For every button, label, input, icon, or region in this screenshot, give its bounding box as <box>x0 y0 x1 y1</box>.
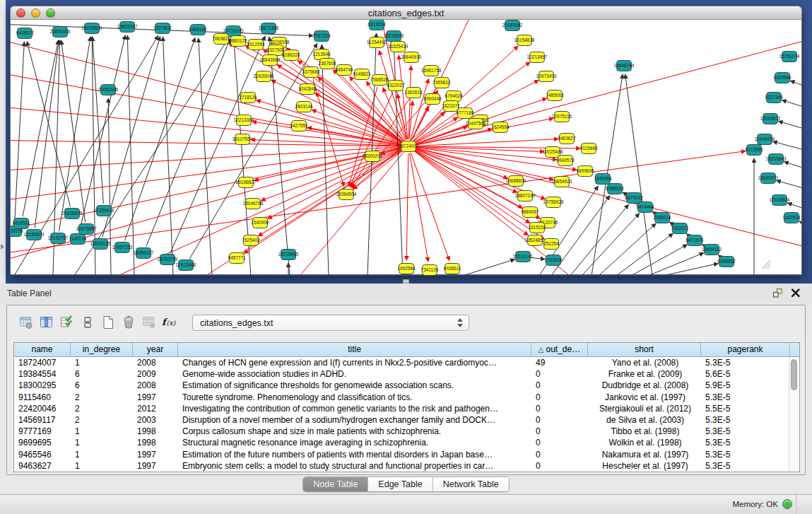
graph-node[interactable]: 8958923 <box>606 184 624 194</box>
graph-node[interactable]: 12444154 <box>755 134 775 145</box>
cell-out_de[interactable]: 0 <box>531 380 588 391</box>
graph-node[interactable]: 16648784 <box>614 61 635 71</box>
graph-node[interactable]: 20891406 <box>50 27 71 37</box>
cell-out_de[interactable]: 0 <box>531 437 588 448</box>
cell-year[interactable]: 1998 <box>133 426 178 437</box>
network-window-titlebar[interactable]: citations_edges.txt <box>10 6 802 20</box>
graph-edge[interactable] <box>779 121 801 136</box>
cell-title[interactable]: Structural magnetic resonance image aver… <box>178 437 531 448</box>
cell-out_de[interactable]: 49 <box>531 357 588 368</box>
cell-year[interactable]: 2012 <box>133 403 178 414</box>
graph-node[interactable]: 12156829 <box>24 230 45 240</box>
graph-node[interactable]: 12975115 <box>552 112 572 122</box>
graph-node[interactable]: 2803144 <box>295 102 313 112</box>
create-column-icon[interactable] <box>99 313 117 332</box>
graph-node[interactable]: 1145194 <box>69 234 87 245</box>
graph-node[interactable]: 2718126 <box>239 93 257 103</box>
cell-in_degree[interactable]: 6 <box>71 380 133 391</box>
graph-node[interactable]: 3427552 <box>290 121 308 132</box>
cell-out_de[interactable]: 0 <box>531 426 588 437</box>
graph-edge[interactable] <box>313 79 344 187</box>
cell-short[interactable]: Tibbo et al. (1998) <box>588 426 701 437</box>
graph-edge[interactable] <box>410 153 428 262</box>
graph-edge[interactable] <box>625 74 652 275</box>
cell-pagerank[interactable]: 5.3E-5 <box>701 392 790 403</box>
graph-node[interactable]: 9649578 <box>556 156 575 166</box>
graph-node[interactable]: 22420046 <box>254 71 274 82</box>
cell-in_degree[interactable]: 1 <box>71 426 133 437</box>
cell-name[interactable]: 14569117 <box>14 414 71 426</box>
graph-node[interactable]: 18724007 <box>399 141 419 152</box>
graph-node[interactable]: 10973493 <box>536 71 557 82</box>
graph-node[interactable]: 16325419 <box>388 42 408 52</box>
float-panel-icon[interactable] <box>771 287 784 300</box>
cell-short[interactable]: Wolkin et al. (1998) <box>588 437 701 448</box>
column-header-in_degree[interactable]: in_degree <box>71 343 133 356</box>
graph-node[interactable]: 252254 <box>543 239 559 250</box>
cell-year[interactable]: 2008 <box>133 357 178 368</box>
table-row[interactable]: 911546021997Tourette syndrome. Phenomeno… <box>14 392 799 403</box>
memory-status-icon[interactable] <box>782 499 792 509</box>
graph-node[interactable]: 9884067 <box>521 207 539 218</box>
cell-pagerank[interactable]: 5.3E-5 <box>701 414 790 426</box>
cell-short[interactable]: Hescheler et al. (1997) <box>588 460 701 472</box>
graph-node[interactable]: 1167534 <box>783 213 801 223</box>
cell-title[interactable]: Disruption of a novel member of a sodium… <box>178 414 531 426</box>
cell-year[interactable]: 1997 <box>133 460 178 472</box>
cell-year[interactable]: 2008 <box>133 380 178 391</box>
graph-node[interactable]: 15046788 <box>243 199 264 209</box>
scrollbar-thumb[interactable] <box>791 359 797 390</box>
graph-node[interactable]: 9245652 <box>717 257 736 267</box>
graph-edge[interactable] <box>59 37 90 231</box>
graph-edge[interactable] <box>416 148 508 178</box>
graph-node[interactable]: 1692584 <box>397 264 416 274</box>
cell-name[interactable]: 22420046 <box>14 403 71 414</box>
graph-node[interactable]: 6466160 <box>189 25 207 35</box>
graph-edge[interactable] <box>124 37 195 240</box>
graph-node[interactable]: 17016504 <box>770 195 790 206</box>
column-header-year[interactable]: year <box>133 343 178 356</box>
graph-node[interactable]: 13524851 <box>525 235 546 246</box>
graph-node[interactable]: 20053346 <box>98 85 119 95</box>
cell-in_degree[interactable]: 1 <box>71 437 133 448</box>
tab-node-table[interactable]: Node Table <box>303 477 368 491</box>
graph-node[interactable]: 10756928 <box>543 197 564 208</box>
network-canvas[interactable]: 9405572208914061605380910653287152760264… <box>10 20 802 275</box>
graph-node[interactable]: 10688609 <box>506 176 526 187</box>
panel-collapse-arrow[interactable] <box>1 244 4 250</box>
cell-in_degree[interactable]: 6 <box>71 368 133 380</box>
graph-node[interactable]: 1362615 <box>404 88 423 98</box>
graph-node[interactable]: 12213967 <box>527 52 548 63</box>
cell-out_de[interactable]: 0 <box>531 403 588 414</box>
graph-node[interactable]: 9860125 <box>229 36 247 47</box>
cell-name[interactable]: 9115460 <box>14 392 71 403</box>
graph-node[interactable]: 9329966 <box>773 73 792 83</box>
graph-node[interactable]: 7341120 <box>421 265 439 276</box>
graph-edge[interactable] <box>416 139 558 146</box>
cell-short[interactable]: Nakamura et al. (1997) <box>588 449 701 460</box>
cell-out_de[interactable]: 0 <box>531 460 588 472</box>
cell-year[interactable]: 1997 <box>133 449 178 460</box>
graph-node[interactable]: 11254493 <box>367 37 387 48</box>
graph-node[interactable]: 1615152 <box>528 223 546 233</box>
cell-title[interactable]: Corpus callosum shape and size in male p… <box>178 426 531 437</box>
table-mode-icon[interactable] <box>78 313 96 332</box>
cell-pagerank[interactable]: 5.3E-5 <box>701 426 790 437</box>
cell-out_de[interactable]: 0 <box>531 449 588 460</box>
graph-node[interactable]: 9699695 <box>576 166 594 177</box>
table-row[interactable]: 2242004622012Investigating the contribut… <box>14 403 799 414</box>
cell-year[interactable]: 2003 <box>133 414 178 426</box>
graph-edge[interactable] <box>631 245 688 275</box>
table-row[interactable]: 1830029562008Estimation of significance … <box>14 380 799 391</box>
cell-in_degree[interactable]: 2 <box>71 392 133 403</box>
cell-pagerank[interactable]: 5.3E-5 <box>701 460 790 472</box>
cell-out_de[interactable]: 0 <box>531 392 588 403</box>
cell-pagerank[interactable]: 5.3E-5 <box>701 449 790 460</box>
graph-edge[interactable] <box>411 153 449 260</box>
cell-year[interactable]: 2009 <box>133 368 178 380</box>
table-row[interactable]: 1872400712008Changes of HCN gene express… <box>14 357 799 368</box>
cell-in_degree[interactable]: 1 <box>71 357 133 368</box>
graph-node[interactable]: 9227349 <box>765 93 783 103</box>
graph-node[interactable]: 7625402 <box>242 235 260 246</box>
graph-node[interactable]: 1540990 <box>251 218 269 228</box>
